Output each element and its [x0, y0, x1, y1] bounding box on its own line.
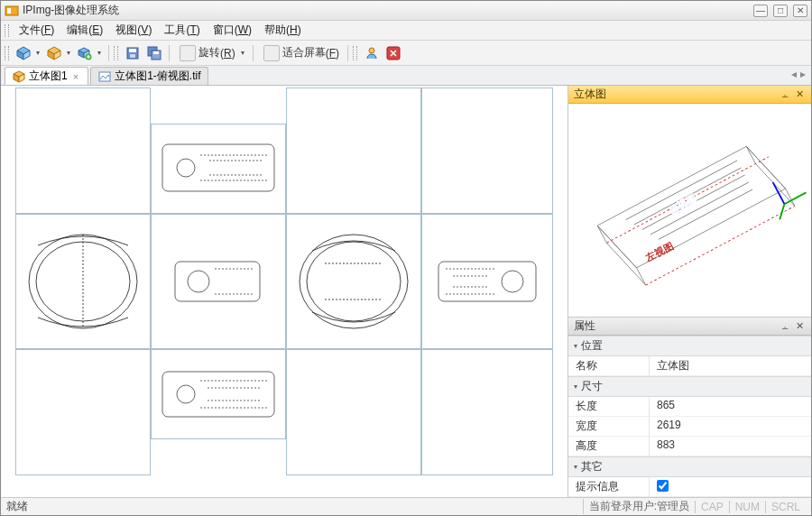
- title-bar: IPImg-图像处理系统 — □ ✕: [1, 1, 811, 21]
- prop-value[interactable]: 立体图: [650, 356, 811, 375]
- prop-cat-position[interactable]: 位置: [568, 336, 811, 356]
- cube-icon: [13, 70, 25, 83]
- maximize-button[interactable]: □: [773, 5, 788, 17]
- close-icon[interactable]: ✕: [793, 88, 806, 101]
- pane-header-props[interactable]: 属性 ⫠ ✕: [568, 318, 811, 336]
- tab-label: 立体图1-俯视图.tif: [115, 69, 200, 84]
- tab-3d[interactable]: 立体图1 ×: [5, 67, 88, 85]
- toolbar-grip[interactable]: [5, 46, 9, 60]
- status-user: 当前登录用户:管理员: [583, 499, 695, 514]
- svg-point-33: [502, 271, 523, 292]
- menu-help[interactable]: 帮助(H): [259, 21, 307, 40]
- prop-value[interactable]: 865: [650, 397, 811, 416]
- cell-midl: [151, 214, 286, 349]
- dropdown-icon[interactable]: ▾: [94, 49, 104, 57]
- cube-plus-button[interactable]: [75, 43, 95, 63]
- prop-row-hint[interactable]: 提示信息: [568, 477, 811, 497]
- prop-key: 宽度: [568, 417, 650, 436]
- toolbar-grip[interactable]: [114, 46, 118, 60]
- hint-checkbox[interactable]: [657, 480, 669, 492]
- menu-window[interactable]: 窗口(W): [208, 21, 257, 40]
- workspace: 立体图 ⫠ ✕: [1, 86, 811, 497]
- unfold-canvas[interactable]: [1, 86, 567, 497]
- pane-header-3dview[interactable]: 立体图 ⫠ ✕: [568, 86, 811, 104]
- prop-key: 名称: [568, 356, 650, 375]
- toolbar-grip[interactable]: [353, 46, 357, 60]
- status-scrl: SCRL: [765, 501, 806, 513]
- svg-rect-34: [162, 372, 274, 417]
- menu-file[interactable]: 文件(F): [14, 21, 60, 40]
- pin-icon[interactable]: ⫠: [779, 88, 791, 101]
- cell-trr: [421, 88, 553, 214]
- svg-point-29: [188, 271, 209, 292]
- svg-point-18: [369, 48, 374, 53]
- image-icon: [98, 70, 111, 83]
- prop-cat-other[interactable]: 其它: [568, 456, 811, 477]
- prop-row-height[interactable]: 高度 883: [568, 437, 811, 456]
- cell-brr: [421, 349, 553, 475]
- menu-bar: 文件(F) 编辑(E) 视图(V) 工具(T) 窗口(W) 帮助(H): [1, 21, 811, 41]
- prop-value[interactable]: 2619: [650, 417, 811, 436]
- new-cube-blue-button[interactable]: [14, 43, 33, 63]
- toolbar: ▾ ▾ ▾ 旋转(R) ▾ 适合屏幕(F): [1, 41, 811, 66]
- save-all-button[interactable]: [144, 43, 164, 63]
- svg-rect-1: [7, 8, 11, 14]
- prop-row-width[interactable]: 宽度 2619: [568, 417, 811, 437]
- svg-point-35: [177, 385, 195, 403]
- prop-cat-dimension[interactable]: 尺寸: [568, 376, 811, 397]
- tab-next-icon[interactable]: ▸: [800, 68, 806, 80]
- status-cap: CAP: [695, 501, 729, 513]
- close-red-button[interactable]: [383, 43, 403, 63]
- menu-grip[interactable]: [5, 24, 9, 37]
- save-button[interactable]: [123, 43, 143, 63]
- sketch-side: [155, 218, 281, 345]
- prop-key: 高度: [568, 437, 650, 456]
- new-cube-orange-button[interactable]: [44, 43, 64, 63]
- pin-icon[interactable]: ⫠: [779, 320, 791, 333]
- menu-view[interactable]: 视图(V): [110, 21, 157, 40]
- dropdown-icon[interactable]: ▾: [63, 49, 73, 57]
- svg-marker-36: [597, 140, 786, 275]
- user-button[interactable]: [362, 43, 382, 63]
- property-grid: 位置 名称 立体图 尺寸 长度 865 宽度 2619 高度 883: [568, 336, 811, 497]
- dropdown-icon[interactable]: ▾: [238, 49, 248, 57]
- menu-edit[interactable]: 编辑(E): [61, 21, 108, 40]
- tab-label: 立体图1: [29, 69, 68, 84]
- close-button[interactable]: ✕: [793, 5, 807, 17]
- sketch-bottom: [155, 354, 281, 435]
- svg-point-25: [177, 159, 195, 177]
- sketch-right: [291, 218, 417, 345]
- prop-key: 提示信息: [568, 477, 650, 496]
- tab-topview[interactable]: 立体图1-俯视图.tif: [90, 67, 208, 85]
- menu-tool[interactable]: 工具(T): [159, 21, 205, 40]
- svg-rect-14: [130, 54, 135, 58]
- prop-value[interactable]: 883: [650, 437, 811, 456]
- minimize-button[interactable]: —: [753, 5, 768, 17]
- prop-row-length[interactable]: 长度 865: [568, 397, 811, 417]
- svg-point-31: [307, 242, 401, 321]
- cell-tl: [15, 88, 151, 214]
- svg-point-30: [300, 235, 408, 328]
- sketch-top: [155, 128, 281, 209]
- tab-strip: 立体图1 × 立体图1-俯视图.tif ◂ ▸: [1, 66, 811, 86]
- cell-tr: [286, 88, 421, 214]
- status-bar: 就绪 当前登录用户:管理员 CAP NUM SCRL: [1, 497, 811, 515]
- prop-value-checkbox[interactable]: [650, 477, 811, 496]
- close-icon[interactable]: ✕: [793, 320, 806, 333]
- pane-title: 属性: [574, 318, 777, 334]
- cell-bottom: [151, 349, 286, 439]
- svg-line-41: [774, 204, 789, 219]
- dropdown-icon[interactable]: ▾: [32, 49, 42, 57]
- prop-key: 长度: [568, 397, 650, 416]
- rotate-tool[interactable]: 旋转(R): [174, 45, 239, 61]
- right-panels: 立体图 ⫠ ✕: [567, 86, 811, 497]
- view3d-label-left: 左视图: [643, 240, 676, 264]
- prop-row-name[interactable]: 名称 立体图: [568, 356, 811, 376]
- tab-prev-icon[interactable]: ◂: [791, 68, 797, 80]
- fit-screen-tool[interactable]: 适合屏幕(F): [258, 45, 343, 61]
- cell-br: [286, 349, 421, 475]
- view3d-canvas[interactable]: 俯视图 左视图: [568, 104, 811, 317]
- svg-rect-23: [99, 72, 110, 81]
- close-icon[interactable]: ×: [71, 71, 80, 82]
- pane-title: 立体图: [574, 87, 777, 102]
